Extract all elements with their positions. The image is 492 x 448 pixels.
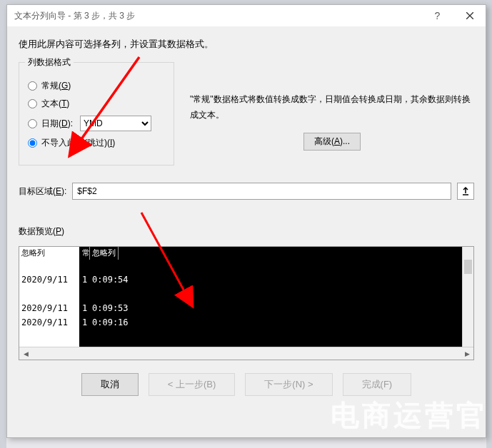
radio-skip[interactable]: 不导入此列(跳过)(I) bbox=[28, 137, 165, 149]
cell: 0:09:16 bbox=[90, 317, 136, 331]
titlebar: 文本分列向导 - 第 3 步，共 3 步 ? bbox=[7, 5, 486, 26]
radio-date-label: 日期(D): bbox=[41, 118, 73, 130]
preview-col-0[interactable]: 2020/9/11 2020/9/11 2020/9/11 bbox=[19, 260, 80, 347]
preview-col-2[interactable]: 0:09:54 0:09:53 0:09:16 bbox=[90, 260, 136, 347]
data-preview: 忽略列 常 忽略列 2020/9/11 2020/9/11 2020/9/11 bbox=[19, 246, 474, 360]
vertical-scrollbar[interactable] bbox=[462, 247, 473, 347]
column-data-format-group: 列数据格式 常规(G) 文本(T) 日期(D): YMD bbox=[19, 62, 174, 166]
cell bbox=[19, 260, 79, 274]
cell bbox=[19, 288, 79, 302]
next-button[interactable]: 下一步(N) > bbox=[245, 373, 332, 396]
instruction-text: 使用此屏内容可选择各列，并设置其数据格式。 bbox=[19, 38, 474, 51]
date-format-select[interactable]: YMD bbox=[80, 116, 151, 131]
preview-col-1[interactable]: 1 1 1 bbox=[80, 260, 90, 347]
preview-header-row: 忽略列 常 忽略列 bbox=[19, 247, 462, 260]
scrollbar-thumb[interactable] bbox=[464, 260, 472, 274]
radio-skip-input[interactable] bbox=[28, 138, 37, 148]
wizard-dialog: 文本分列向导 - 第 3 步，共 3 步 ? 使用此屏内容可选择各列，并设置其数… bbox=[6, 4, 486, 438]
preview-fill bbox=[136, 260, 462, 347]
cell bbox=[80, 288, 89, 302]
header-col-0: 忽略列 bbox=[19, 247, 80, 260]
back-button[interactable]: < 上一步(B) bbox=[149, 373, 236, 396]
group-legend: 列数据格式 bbox=[25, 56, 74, 68]
horizontal-scrollbar[interactable]: ◀ ▶ bbox=[19, 347, 473, 360]
finish-button[interactable]: 完成(F) bbox=[343, 373, 412, 396]
close-icon bbox=[466, 12, 473, 19]
destination-label: 目标区域(E): bbox=[19, 185, 66, 198]
destination-input[interactable] bbox=[72, 183, 451, 200]
dialog-title: 文本分列向导 - 第 3 步，共 3 步 bbox=[14, 10, 421, 22]
close-button[interactable] bbox=[453, 5, 486, 26]
radio-general-input[interactable] bbox=[28, 81, 37, 91]
dialog-footer: 取消 < 上一步(B) 下一步(N) > 完成(F) bbox=[19, 373, 474, 396]
collapse-dialog-icon bbox=[461, 187, 470, 195]
radio-general-label: 常规(G) bbox=[41, 80, 71, 92]
cell: 2020/9/11 bbox=[19, 302, 79, 317]
refedit-button[interactable] bbox=[457, 183, 474, 200]
preview-label: 数据预览(P) bbox=[19, 225, 474, 238]
help-button[interactable]: ? bbox=[421, 5, 453, 26]
radio-date-input[interactable] bbox=[28, 119, 37, 128]
cell bbox=[90, 260, 136, 274]
cell: 1 bbox=[80, 302, 89, 317]
radio-skip-label: 不导入此列(跳过)(I) bbox=[41, 137, 115, 149]
cell: 1 bbox=[80, 274, 89, 288]
radio-text[interactable]: 文本(T) bbox=[28, 98, 165, 110]
header-col-2: 忽略列 bbox=[90, 247, 119, 260]
radio-date[interactable]: 日期(D): YMD bbox=[28, 116, 165, 131]
radio-general[interactable]: 常规(G) bbox=[28, 80, 165, 92]
radio-text-input[interactable] bbox=[28, 99, 37, 108]
cell: 0:09:54 bbox=[90, 274, 136, 288]
cell: 2020/9/11 bbox=[19, 317, 79, 331]
scroll-left-icon[interactable]: ◀ bbox=[19, 350, 32, 357]
cell: 2020/9/11 bbox=[19, 274, 79, 288]
cell bbox=[90, 288, 136, 302]
radio-text-label: 文本(T) bbox=[41, 98, 69, 110]
scroll-right-icon[interactable]: ▶ bbox=[461, 350, 473, 357]
header-col-1: 常 bbox=[80, 247, 90, 260]
cell: 0:09:53 bbox=[90, 302, 136, 317]
cancel-button[interactable]: 取消 bbox=[81, 373, 139, 396]
format-description: "常规"数据格式将数值转换成数字，日期值会转换成日期，其余数据则转换成文本。 bbox=[190, 92, 474, 123]
advanced-button[interactable]: 高级(A)... bbox=[303, 133, 361, 151]
cell bbox=[80, 260, 89, 274]
cell: 1 bbox=[80, 317, 89, 331]
